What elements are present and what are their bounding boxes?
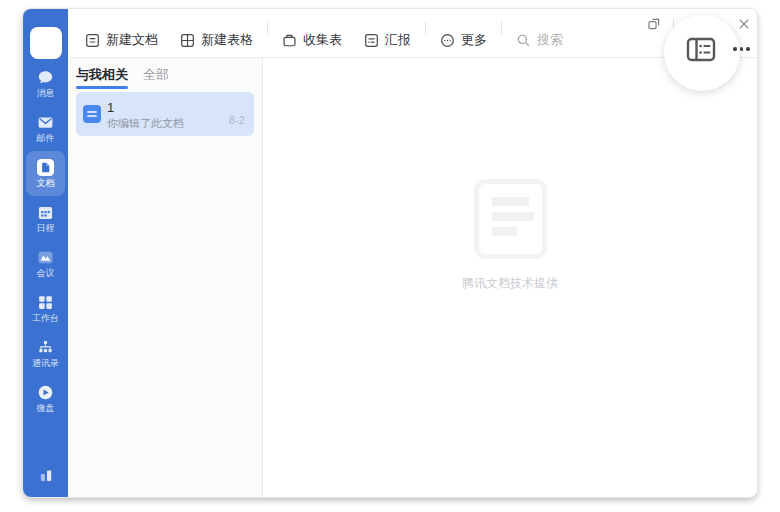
collect-form-button[interactable]: 收集表 <box>282 30 342 50</box>
sidebar-item-label: 消息 <box>37 88 55 98</box>
chat-bubble-icon <box>37 69 54 86</box>
document-list-item[interactable]: 1 你编辑了此文档 8-2 <box>76 92 254 136</box>
empty-caption: 腾讯文档技术提供 <box>462 275 558 292</box>
sidebar-item-label: 通讯录 <box>32 358 59 368</box>
layout-view-button[interactable] <box>686 37 716 62</box>
tencent-docs-icon <box>37 159 54 176</box>
new-doc-icon <box>85 33 100 48</box>
doc-subtitle: 你编辑了此文档 <box>107 117 184 129</box>
list-tabs: 与我相关 全部 <box>68 58 262 87</box>
bar-chart-icon <box>38 467 54 483</box>
body-row: 与我相关 全部 1 你编辑了此文档 8-2 <box>68 58 757 497</box>
layout-list-view-icon <box>686 37 716 62</box>
more-label: 更多 <box>461 31 487 49</box>
report-label: 汇报 <box>385 31 411 49</box>
sidebar-stats-button[interactable] <box>23 467 68 483</box>
new-doc-button[interactable]: 新建文档 <box>85 30 158 50</box>
empty-state: 腾讯文档技术提供 <box>462 179 558 497</box>
sidebar-item-mail[interactable]: 邮件 <box>26 106 65 151</box>
toolbar-divider <box>267 22 268 35</box>
doc-date: 8-2 <box>229 114 245 126</box>
avatar[interactable] <box>30 27 62 59</box>
doc-title: 1 <box>107 100 184 115</box>
collect-form-label: 收集表 <box>303 31 342 49</box>
sidebar-item-workbench[interactable]: 工作台 <box>26 286 65 331</box>
calendar-icon <box>37 204 54 221</box>
document-list-panel: 与我相关 全部 1 你编辑了此文档 8-2 <box>68 58 263 497</box>
sidebar-item-label: 会议 <box>37 268 55 278</box>
sidebar-item-docs[interactable]: 文档 <box>26 151 65 196</box>
sidebar-nav: 消息 邮件 文档 日程 <box>26 61 65 421</box>
new-doc-label: 新建文档 <box>106 31 158 49</box>
empty-doc-icon <box>474 179 547 259</box>
wedrive-icon <box>37 384 54 401</box>
app-window: 消息 邮件 文档 日程 <box>22 8 758 498</box>
meeting-icon <box>37 249 54 266</box>
new-sheet-label: 新建表格 <box>201 31 253 49</box>
sidebar-item-wedrive[interactable]: 微盘 <box>26 376 65 421</box>
content-area: 新建文档 新建表格 收集表 汇报 更多 搜索 <box>68 9 757 497</box>
doc-file-icon <box>83 105 101 123</box>
sidebar-item-contacts[interactable]: 通讯录 <box>26 331 65 376</box>
detach-window-icon <box>648 18 660 30</box>
sidebar-item-meeting[interactable]: 会议 <box>26 241 65 286</box>
more-button[interactable]: 更多 <box>440 30 487 50</box>
sidebar-item-calendar[interactable]: 日程 <box>26 196 65 241</box>
doc-meta: 1 你编辑了此文档 <box>107 100 184 129</box>
sidebar-item-label: 文档 <box>37 178 55 188</box>
tab-related-to-me[interactable]: 与我相关 <box>76 66 128 89</box>
collect-form-icon <box>282 33 297 48</box>
report-button[interactable]: 汇报 <box>364 30 411 50</box>
contacts-orgchart-icon <box>37 339 54 356</box>
sidebar-item-label: 日程 <box>37 223 55 233</box>
sidebar-item-label: 邮件 <box>37 133 55 143</box>
tab-all[interactable]: 全部 <box>143 66 169 89</box>
more-options-button[interactable] <box>731 45 752 53</box>
new-sheet-icon <box>180 33 195 48</box>
close-button[interactable] <box>738 18 750 30</box>
detach-window-button[interactable] <box>648 18 660 30</box>
workbench-grid-icon <box>37 294 54 311</box>
sidebar-item-label: 工作台 <box>32 313 59 323</box>
toolbar-divider <box>501 22 502 35</box>
new-sheet-button[interactable]: 新建表格 <box>180 30 253 50</box>
sidebar-item-label: 微盘 <box>37 403 55 413</box>
main-area: 腾讯文档技术提供 <box>263 58 757 497</box>
search-placeholder: 搜索 <box>537 31 563 49</box>
report-icon <box>364 33 379 48</box>
sidebar-item-messages[interactable]: 消息 <box>26 61 65 106</box>
more-circle-icon <box>440 33 455 48</box>
more-horizontal-icon <box>733 47 737 51</box>
toolbar: 新建文档 新建表格 收集表 汇报 更多 搜索 <box>68 9 757 58</box>
search-input[interactable]: 搜索 <box>516 30 563 50</box>
toolbar-divider <box>425 22 426 35</box>
mail-icon <box>37 114 54 131</box>
search-icon <box>516 33 531 48</box>
close-icon <box>738 18 750 30</box>
sidebar: 消息 邮件 文档 日程 <box>23 9 68 497</box>
